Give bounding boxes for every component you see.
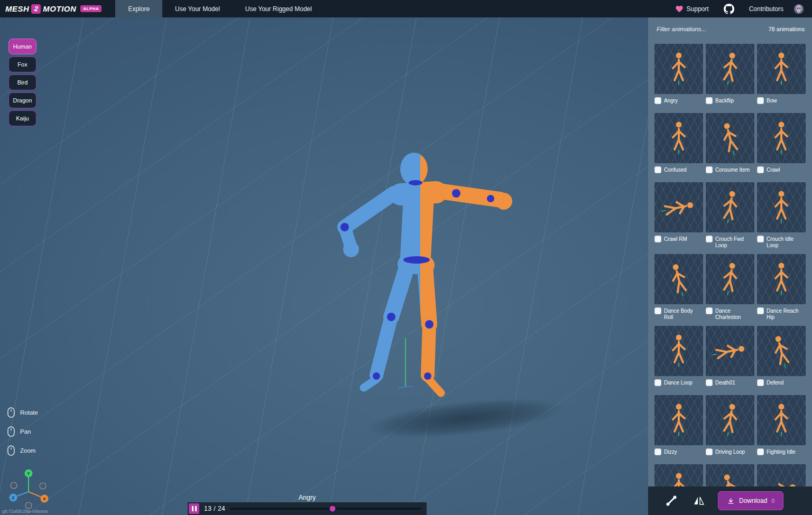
pose-figure-icon xyxy=(715,470,745,486)
animation-checkbox[interactable] xyxy=(654,448,661,455)
animation-thumbnail[interactable] xyxy=(706,395,754,445)
support-link[interactable]: Support xyxy=(670,5,714,13)
animation-thumbnail[interactable] xyxy=(654,395,703,445)
skeleton-tool-button[interactable] xyxy=(663,492,680,509)
animation-thumbnail[interactable] xyxy=(757,395,806,445)
animation-thumbnail[interactable] xyxy=(654,326,703,376)
animation-label-row: Fighting Idle xyxy=(757,448,806,459)
animation-card-crouch-idle-loop: Crouch Idle Loop xyxy=(757,182,806,249)
animation-thumbnail[interactable] xyxy=(654,182,703,232)
animation-thumbnail[interactable] xyxy=(706,113,754,163)
animation-thumbnail[interactable] xyxy=(706,44,754,94)
animation-label: Dizzy xyxy=(664,448,677,455)
model-button-human[interactable]: Human xyxy=(8,39,36,54)
animation-thumbnail[interactable] xyxy=(757,44,806,94)
axis-gizmo[interactable]: Y X Z xyxy=(4,466,53,512)
svg-text:Y: Y xyxy=(27,471,30,476)
animation-thumbnail[interactable] xyxy=(654,464,703,486)
download-button[interactable]: Download 0 xyxy=(718,491,783,510)
animation-checkbox[interactable] xyxy=(654,97,661,104)
pose-figure-icon xyxy=(708,337,748,366)
animation-thumbnail[interactable] xyxy=(706,182,754,232)
animation-card-item xyxy=(706,464,754,486)
build-version: git:72afdc29a-release xyxy=(2,509,48,514)
animation-label: Dance Loop xyxy=(664,379,693,386)
model-button-kaiju[interactable]: Kaiju xyxy=(8,110,36,126)
model-button-dragon[interactable]: Dragon xyxy=(8,92,36,108)
heart-icon xyxy=(675,5,684,13)
character-model xyxy=(328,149,513,402)
animation-checkbox[interactable] xyxy=(706,448,713,455)
pause-button[interactable] xyxy=(189,503,199,514)
animation-card-crawl: Crawl xyxy=(757,113,806,177)
animation-label: Driving Loop xyxy=(715,448,745,455)
animation-checkbox[interactable] xyxy=(706,379,713,386)
pose-figure-icon xyxy=(664,260,694,300)
animation-thumbnail[interactable] xyxy=(706,254,754,304)
animation-checkbox[interactable] xyxy=(757,236,764,242)
animation-thumbnail[interactable] xyxy=(654,254,703,304)
current-animation-title: Angry xyxy=(188,494,427,501)
animation-checkbox[interactable] xyxy=(757,97,764,104)
panel-header: 78 animations xyxy=(657,26,805,32)
animation-checkbox[interactable] xyxy=(706,307,713,314)
animation-thumbnail[interactable] xyxy=(757,182,806,232)
animation-card-confused: Confused xyxy=(654,113,703,177)
animation-checkbox[interactable] xyxy=(757,166,764,173)
animation-label-row: Backflip xyxy=(706,97,754,108)
animation-checkbox[interactable] xyxy=(654,379,661,386)
animation-label: Death01 xyxy=(715,379,735,386)
svg-text:Z: Z xyxy=(12,495,15,500)
animation-label-row: Defend xyxy=(757,379,806,390)
animation-checkbox[interactable] xyxy=(654,236,661,242)
mirror-tool-button[interactable] xyxy=(690,492,707,509)
animation-thumbnail[interactable] xyxy=(654,44,703,94)
contributors-link[interactable]: Contributors xyxy=(744,5,789,13)
animation-thumbnail[interactable] xyxy=(757,113,806,163)
animation-label-row: Dizzy xyxy=(654,448,703,459)
animation-checkbox[interactable] xyxy=(654,307,661,314)
filter-animations-input[interactable] xyxy=(657,26,736,32)
tab-use-your-rigged-model[interactable]: Use Your Rigged Model xyxy=(233,0,325,17)
alpha-badge: ALPHA xyxy=(80,5,102,12)
animation-thumbnail[interactable] xyxy=(654,113,703,163)
animation-thumbnail[interactable] xyxy=(757,464,806,486)
pose-figure-icon xyxy=(770,51,792,87)
animation-checkbox[interactable] xyxy=(706,97,713,104)
animation-label-row: Dance Reach Hip xyxy=(757,307,806,321)
animation-card-item xyxy=(757,464,806,486)
top-bar: MESH 2 MOTION ALPHA Explore Use Your Mod… xyxy=(0,0,812,17)
animation-label-row: Confused xyxy=(654,166,703,177)
viewport-canvas[interactable]: Human Fox Bird Dragon Kaiju xyxy=(0,17,648,515)
animations-grid: Angry xyxy=(654,44,806,486)
animation-thumbnail[interactable] xyxy=(706,326,754,376)
github-link[interactable] xyxy=(718,4,740,14)
animation-label: Crouch Idle Loop xyxy=(767,236,806,249)
timeline-knob[interactable] xyxy=(329,506,335,512)
animation-checkbox[interactable] xyxy=(757,307,764,314)
animation-label-row: Death01 xyxy=(706,379,754,390)
timeline-slider[interactable] xyxy=(230,508,421,510)
pose-figure-icon xyxy=(767,332,797,372)
pause-icon xyxy=(192,506,193,511)
animation-label-row: Bow xyxy=(757,97,806,108)
animation-checkbox[interactable] xyxy=(706,166,713,173)
animation-label-row: Crawl RM xyxy=(654,236,703,246)
animation-thumbnail[interactable] xyxy=(706,464,754,486)
model-button-bird[interactable]: Bird xyxy=(8,74,36,90)
animation-checkbox[interactable] xyxy=(654,166,661,173)
animation-card-consume-item: Consume Item xyxy=(706,113,754,177)
animation-checkbox[interactable] xyxy=(757,448,764,455)
animation-checkbox[interactable] xyxy=(706,236,713,242)
model-button-fox[interactable]: Fox xyxy=(8,57,36,72)
animation-checkbox[interactable] xyxy=(757,379,764,386)
animation-thumbnail[interactable] xyxy=(757,326,806,376)
pose-figure-icon xyxy=(715,119,745,159)
animation-thumbnail[interactable] xyxy=(757,254,806,304)
logo-number-badge: 2 xyxy=(31,4,41,14)
tab-explore[interactable]: Explore xyxy=(115,0,162,17)
tab-use-your-model[interactable]: Use Your Model xyxy=(162,0,233,17)
animation-label-row: Dance Body Roll xyxy=(654,307,703,321)
logo-text-mesh: MESH xyxy=(5,4,29,13)
avatar[interactable] xyxy=(793,3,805,15)
